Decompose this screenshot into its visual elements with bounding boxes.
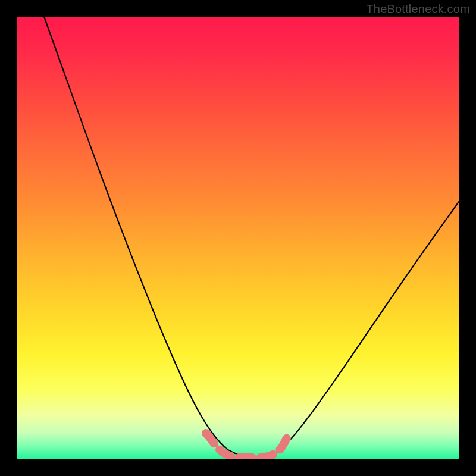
watermark-text: TheBottleneck.com [366,2,470,16]
chart-plot-area [17,17,459,459]
chart-svg [17,17,459,459]
chart-frame: TheBottleneck.com [0,0,476,476]
bottleneck-curve [44,17,459,458]
optimal-range-marker [206,433,290,458]
